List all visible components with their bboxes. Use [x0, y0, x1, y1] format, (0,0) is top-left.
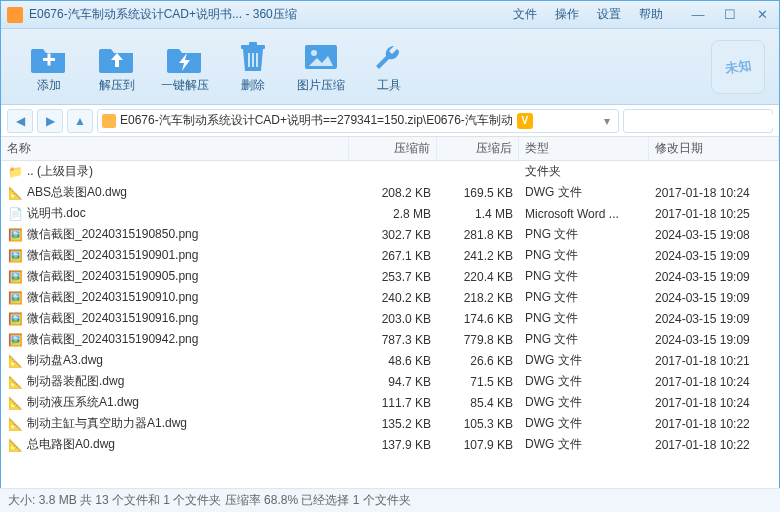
- file-size-before: 253.7 KB: [355, 270, 437, 284]
- window-title: E0676-汽车制动系统设计CAD+说明书... - 360压缩: [29, 6, 297, 23]
- file-list: 📁.. (上级目录)文件夹📐ABS总装图A0.dwg208.2 KB169.5 …: [1, 161, 779, 481]
- file-name: 总电路图A0.dwg: [27, 436, 355, 453]
- file-type: PNG 文件: [519, 247, 649, 264]
- file-row[interactable]: 🖼️微信截图_20240315190905.png253.7 KB220.4 K…: [1, 266, 779, 287]
- delete-label: 删除: [241, 77, 265, 94]
- minimize-button[interactable]: —: [687, 6, 709, 24]
- menu-bar: 文件 操作 设置 帮助: [513, 6, 663, 23]
- file-type-icon: 📐: [7, 437, 23, 453]
- file-type-icon: 📐: [7, 185, 23, 201]
- file-date: 2024-03-15 19:08: [649, 228, 779, 242]
- file-row[interactable]: 📁.. (上级目录)文件夹: [1, 161, 779, 182]
- status-bar: 大小: 3.8 MB 共 13 个文件和 1 个文件夹 压缩率 68.8% 已经…: [0, 488, 780, 512]
- back-button[interactable]: ◀: [7, 109, 33, 133]
- file-size-after: 174.6 KB: [437, 312, 519, 326]
- file-row[interactable]: 🖼️微信截图_20240315190910.png240.2 KB218.2 K…: [1, 287, 779, 308]
- file-type-icon: 📐: [7, 395, 23, 411]
- menu-file[interactable]: 文件: [513, 6, 537, 23]
- file-row[interactable]: 📐总电路图A0.dwg137.9 KB107.9 KBDWG 文件2017-01…: [1, 434, 779, 455]
- tools-label: 工具: [377, 77, 401, 94]
- up-button[interactable]: ▲: [67, 109, 93, 133]
- file-date: 2017-01-18 10:22: [649, 417, 779, 431]
- file-name: 微信截图_20240315190916.png: [27, 310, 355, 327]
- file-type: Microsoft Word ...: [519, 207, 649, 221]
- col-type[interactable]: 类型: [519, 137, 649, 160]
- file-date: 2024-03-15 19:09: [649, 312, 779, 326]
- file-type-icon: 🖼️: [7, 290, 23, 306]
- close-button[interactable]: ✕: [751, 6, 773, 24]
- image-icon: [301, 39, 341, 75]
- navigation-bar: ◀ ▶ ▲ E0676-汽车制动系统设计CAD+说明书==279341=150.…: [1, 105, 779, 137]
- file-row[interactable]: 🖼️微信截图_20240315190901.png267.1 KB241.2 K…: [1, 245, 779, 266]
- vip-icon: V: [517, 113, 533, 129]
- file-size-after: 218.2 KB: [437, 291, 519, 305]
- file-type: DWG 文件: [519, 415, 649, 432]
- file-row[interactable]: 📐制动主缸与真空助力器A1.dwg135.2 KB105.3 KBDWG 文件2…: [1, 413, 779, 434]
- col-date[interactable]: 修改日期: [649, 137, 779, 160]
- menu-settings[interactable]: 设置: [597, 6, 621, 23]
- maximize-button[interactable]: ☐: [719, 6, 741, 24]
- file-date: 2017-01-18 10:22: [649, 438, 779, 452]
- oneclick-extract-button[interactable]: 一键解压: [151, 39, 219, 94]
- file-size-before: 137.9 KB: [355, 438, 437, 452]
- path-text: E0676-汽车制动系统设计CAD+说明书==279341=150.zip\E0…: [120, 112, 513, 129]
- file-size-after: 220.4 KB: [437, 270, 519, 284]
- col-after[interactable]: 压缩后: [437, 137, 519, 160]
- file-type: DWG 文件: [519, 352, 649, 369]
- file-size-after: 26.6 KB: [437, 354, 519, 368]
- forward-button[interactable]: ▶: [37, 109, 63, 133]
- archive-icon: [102, 114, 116, 128]
- titlebar: E0676-汽车制动系统设计CAD+说明书... - 360压缩 文件 操作 设…: [1, 1, 779, 29]
- file-row[interactable]: 🖼️微信截图_20240315190850.png302.7 KB281.8 K…: [1, 224, 779, 245]
- wrench-icon: [369, 39, 409, 75]
- file-size-after: 107.9 KB: [437, 438, 519, 452]
- svg-rect-4: [248, 53, 250, 67]
- file-row[interactable]: 🖼️微信截图_20240315190942.png787.3 KB779.8 K…: [1, 329, 779, 350]
- file-type: DWG 文件: [519, 394, 649, 411]
- file-type: 文件夹: [519, 163, 649, 180]
- menu-help[interactable]: 帮助: [639, 6, 663, 23]
- extract-button[interactable]: 解压到: [83, 39, 151, 94]
- image-compress-button[interactable]: 图片压缩: [287, 39, 355, 94]
- file-row[interactable]: 📐制动液压系统A1.dwg111.7 KB85.4 KBDWG 文件2017-0…: [1, 392, 779, 413]
- file-type: PNG 文件: [519, 268, 649, 285]
- file-type: PNG 文件: [519, 226, 649, 243]
- file-date: 2024-03-15 19:09: [649, 333, 779, 347]
- delete-button[interactable]: 删除: [219, 39, 287, 94]
- svg-rect-3: [249, 42, 257, 46]
- file-name: 制动盘A3.dwg: [27, 352, 355, 369]
- add-icon: [29, 39, 69, 75]
- col-before[interactable]: 压缩前: [349, 137, 437, 160]
- search-box: 🔍: [623, 109, 773, 133]
- file-size-before: 302.7 KB: [355, 228, 437, 242]
- svg-rect-5: [252, 53, 254, 67]
- file-row[interactable]: 📐制动盘A3.dwg48.6 KB26.6 KBDWG 文件2017-01-18…: [1, 350, 779, 371]
- file-size-after: 779.8 KB: [437, 333, 519, 347]
- file-type: PNG 文件: [519, 289, 649, 306]
- file-size-after: 1.4 MB: [437, 207, 519, 221]
- file-date: 2017-01-18 10:25: [649, 207, 779, 221]
- col-name[interactable]: 名称: [1, 137, 349, 160]
- file-row[interactable]: 📐ABS总装图A0.dwg208.2 KB169.5 KBDWG 文件2017-…: [1, 182, 779, 203]
- path-box[interactable]: E0676-汽车制动系统设计CAD+说明书==279341=150.zip\E0…: [97, 109, 619, 133]
- path-dropdown[interactable]: ▾: [600, 114, 614, 128]
- oneclick-icon: [165, 39, 205, 75]
- file-row[interactable]: 🖼️微信截图_20240315190916.png203.0 KB174.6 K…: [1, 308, 779, 329]
- file-row[interactable]: 📄说明书.doc2.8 MB1.4 MBMicrosoft Word ...20…: [1, 203, 779, 224]
- toolbar: 添加 解压到 一键解压 删除 图片压缩 工具 未知: [1, 29, 779, 105]
- file-size-before: 111.7 KB: [355, 396, 437, 410]
- file-type: DWG 文件: [519, 436, 649, 453]
- file-size-before: 94.7 KB: [355, 375, 437, 389]
- file-name: 微信截图_20240315190901.png: [27, 247, 355, 264]
- menu-operate[interactable]: 操作: [555, 6, 579, 23]
- file-type: DWG 文件: [519, 373, 649, 390]
- extract-icon: [97, 39, 137, 75]
- search-input[interactable]: [628, 114, 778, 128]
- file-row[interactable]: 📐制动器装配图.dwg94.7 KB71.5 KBDWG 文件2017-01-1…: [1, 371, 779, 392]
- file-name: 制动主缸与真空助力器A1.dwg: [27, 415, 355, 432]
- trash-icon: [233, 39, 273, 75]
- tools-button[interactable]: 工具: [355, 39, 423, 94]
- add-button[interactable]: 添加: [15, 39, 83, 94]
- file-date: 2017-01-18 10:24: [649, 186, 779, 200]
- file-type-icon: 📄: [7, 206, 23, 222]
